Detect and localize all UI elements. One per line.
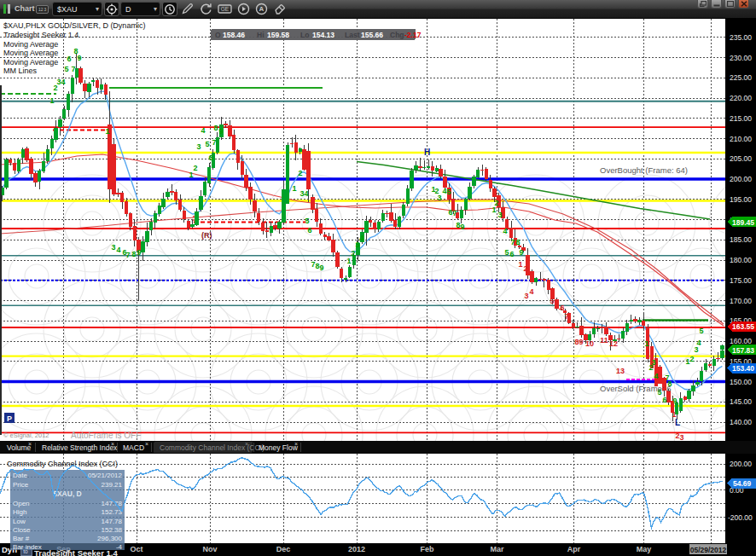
svg-text:AutoFrame is OFF: AutoFrame is OFF xyxy=(71,431,141,440)
svg-text:(R): (R) xyxy=(201,231,212,240)
svg-text:-4: -4 xyxy=(116,543,123,551)
svg-text:7: 7 xyxy=(212,138,216,147)
svg-text:180.00: 180.00 xyxy=(730,256,752,264)
svg-text:Price: Price xyxy=(13,481,29,489)
svg-text:$XAU,PHLX GOLD/SILVER, D (Dyna: $XAU,PHLX GOLD/SILVER, D (Dynamic) xyxy=(3,21,145,30)
svg-text:157.83: 157.83 xyxy=(732,346,754,355)
svg-text:7: 7 xyxy=(452,209,457,217)
svg-text:5: 5 xyxy=(205,140,209,148)
svg-text:1: 1 xyxy=(491,206,496,214)
svg-text:296,300: 296,300 xyxy=(97,535,122,542)
svg-text:4: 4 xyxy=(654,372,658,380)
svg-text:147.78: 147.78 xyxy=(102,518,123,525)
svg-text:1: 1 xyxy=(292,184,296,193)
svg-text:5: 5 xyxy=(446,188,451,196)
svg-text:159.58: 159.58 xyxy=(267,31,289,39)
svg-text:-2.17: -2.17 xyxy=(404,31,422,39)
svg-text:9: 9 xyxy=(137,248,141,257)
svg-text:4: 4 xyxy=(529,287,533,296)
svg-text:05/21/2012: 05/21/2012 xyxy=(88,472,123,479)
svg-text:L: L xyxy=(675,418,680,427)
svg-text:Open: Open xyxy=(13,500,30,507)
svg-text:205.00: 205.00 xyxy=(730,154,752,163)
svg-text:05/29/2012: 05/29/2012 xyxy=(690,546,727,554)
svg-text:Feb: Feb xyxy=(421,545,435,553)
svg-text:6: 6 xyxy=(208,153,212,162)
svg-text:2: 2 xyxy=(193,164,197,172)
svg-text:×: × xyxy=(245,441,248,447)
svg-text:1: 1 xyxy=(346,257,351,265)
svg-text:×: × xyxy=(111,441,114,447)
svg-text:© eSignal, 2012: © eSignal, 2012 xyxy=(3,431,49,439)
svg-text:2: 2 xyxy=(523,264,527,273)
svg-text:7: 7 xyxy=(125,251,130,259)
svg-text:Money Flow: Money Flow xyxy=(259,443,299,452)
svg-text:170.00: 170.00 xyxy=(730,297,752,305)
svg-text:5: 5 xyxy=(504,248,509,257)
svg-text:Apr: Apr xyxy=(567,545,581,553)
svg-text:175.00: 175.00 xyxy=(730,276,752,285)
svg-text:4: 4 xyxy=(61,78,65,86)
svg-text:3: 3 xyxy=(651,358,655,367)
svg-text:235.00: 235.00 xyxy=(730,33,752,42)
svg-text:Bar index: Bar index xyxy=(13,543,42,551)
svg-text:May: May xyxy=(637,545,652,553)
svg-text:4: 4 xyxy=(696,339,701,347)
svg-text:9: 9 xyxy=(218,127,223,136)
svg-text:Hi: Hi xyxy=(257,31,265,39)
svg-text:7: 7 xyxy=(564,312,568,321)
svg-text:H: H xyxy=(424,148,430,157)
svg-text:239.21: 239.21 xyxy=(102,481,123,489)
svg-text:11: 11 xyxy=(600,336,608,345)
svg-text:4: 4 xyxy=(116,246,120,254)
svg-text:13: 13 xyxy=(616,367,625,375)
svg-text:54.69: 54.69 xyxy=(733,479,752,488)
svg-text:OverSold (Frame: 6: OverSold (Frame: 6 xyxy=(600,384,671,393)
svg-text:9: 9 xyxy=(319,264,323,272)
svg-text:O: O xyxy=(215,31,221,39)
svg-text:Moving Average: Moving Average xyxy=(3,58,58,67)
svg-text:7: 7 xyxy=(510,238,515,246)
svg-text:Low: Low xyxy=(13,518,26,525)
svg-text:153.40: 153.40 xyxy=(732,364,754,373)
svg-text:163.55: 163.55 xyxy=(732,322,754,331)
svg-text:4: 4 xyxy=(304,189,308,198)
svg-text:1: 1 xyxy=(644,339,648,348)
svg-text:195.00: 195.00 xyxy=(730,195,752,204)
svg-text:6: 6 xyxy=(307,226,311,235)
svg-text:6: 6 xyxy=(560,304,564,312)
svg-text:220.00: 220.00 xyxy=(730,94,752,102)
svg-text:MM Lines: MM Lines xyxy=(3,67,38,75)
svg-text:Dec: Dec xyxy=(276,545,291,553)
svg-text:2012: 2012 xyxy=(348,545,365,553)
svg-text:6: 6 xyxy=(509,250,514,258)
svg-text:3: 3 xyxy=(437,194,441,202)
svg-text:185.00: 185.00 xyxy=(730,235,752,244)
svg-text:P: P xyxy=(7,414,12,423)
svg-text:×: × xyxy=(145,441,148,447)
svg-text:140.00: 140.00 xyxy=(730,418,752,426)
svg-text:3: 3 xyxy=(524,292,528,300)
svg-text:3: 3 xyxy=(111,243,115,252)
svg-text:9: 9 xyxy=(460,223,464,231)
svg-text:Mar: Mar xyxy=(490,545,504,553)
svg-text:2: 2 xyxy=(298,169,302,177)
svg-text:5: 5 xyxy=(550,297,554,305)
svg-text:158.46: 158.46 xyxy=(223,31,245,39)
svg-text:215.00: 215.00 xyxy=(730,114,752,123)
svg-text:Close: Close xyxy=(13,526,31,534)
svg-text:Chg: Chg xyxy=(390,31,404,39)
svg-text:210.00: 210.00 xyxy=(730,135,752,143)
svg-text:4: 4 xyxy=(503,227,507,235)
svg-text:10: 10 xyxy=(585,339,594,348)
svg-text:5: 5 xyxy=(305,217,309,225)
svg-text:Commodity Channel Index (CCI): Commodity Channel Index (CCI) xyxy=(160,443,265,452)
svg-text:High: High xyxy=(13,508,26,516)
svg-text:-200.00: -200.00 xyxy=(728,513,753,522)
svg-text:Tradesight Seeker 1.4: Tradesight Seeker 1.4 xyxy=(3,31,79,39)
svg-text:230.00: 230.00 xyxy=(730,54,752,62)
svg-text:154.13: 154.13 xyxy=(312,31,334,39)
svg-text:OverBought (Frame: 64): OverBought (Frame: 64) xyxy=(600,165,688,175)
svg-text:×: × xyxy=(28,441,32,447)
svg-text:155.66: 155.66 xyxy=(361,31,383,39)
